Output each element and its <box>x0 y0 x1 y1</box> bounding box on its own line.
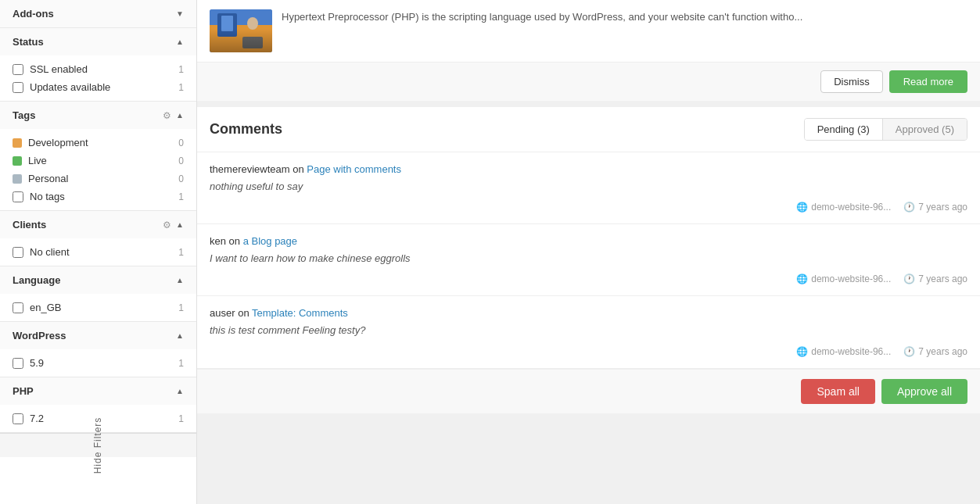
filter-section-header-language[interactable]: Language ▲ <box>0 266 196 294</box>
updates-available-label: Updates available <box>30 81 165 93</box>
php-title: PHP <box>13 385 34 397</box>
filter-section-header-status[interactable]: Status ▲ <box>0 28 196 55</box>
tags-title: Tags <box>13 109 35 121</box>
filter-section-header-tags[interactable]: Tags ⚙ ▲ <box>0 102 196 129</box>
no-tags-count: 1 <box>171 191 184 202</box>
no-client-count: 1 <box>171 247 184 258</box>
ssl-enabled-label: SSL enabled <box>30 63 165 75</box>
updates-available-checkbox[interactable] <box>13 82 23 93</box>
read-more-button[interactable]: Read more <box>889 70 967 93</box>
php-version-checkbox[interactable] <box>13 413 23 424</box>
comment-author-line: themereviewteam on Page with comments <box>210 163 967 175</box>
filter-section-language: Language ▲ en_GB 1 <box>0 266 196 322</box>
comment-page-link[interactable]: a Blog page <box>243 235 297 247</box>
svg-rect-1 <box>210 25 272 52</box>
comment-time-meta: 🕐 7 years ago <box>903 346 967 357</box>
php-header-icons: ▲ <box>176 387 184 395</box>
comment-time: 7 years ago <box>918 273 967 284</box>
notice-actions: Dismiss Read more <box>197 62 980 101</box>
ssl-enabled-checkbox[interactable] <box>13 64 23 75</box>
tab-pending[interactable]: Pending (3) <box>805 119 883 140</box>
filter-section-header-clients[interactable]: Clients ⚙ ▲ <box>0 211 196 238</box>
spam-all-button[interactable]: Spam all <box>801 379 874 404</box>
comment-site-meta: 🌐 demo-website-96... <box>796 273 891 284</box>
list-item[interactable]: Development 0 <box>0 134 196 152</box>
en-gb-checkbox[interactable] <box>13 302 23 313</box>
comments-tabs: Pending (3) Approved (5) <box>804 118 967 141</box>
status-header-icons: ▲ <box>176 38 184 46</box>
clock-icon: 🕐 <box>903 273 915 284</box>
filter-section-header-addons[interactable]: Add-ons ▼ <box>0 0 196 27</box>
development-label: Development <box>28 137 165 148</box>
comment-author-line: ken on a Blog page <box>210 235 967 247</box>
list-item[interactable]: No client 1 <box>0 243 196 261</box>
comment-time: 7 years ago <box>918 202 967 213</box>
main-content: Hypertext Preprocessor (PHP) is the scri… <box>197 0 980 504</box>
comment-page-link[interactable]: Template: Comments <box>252 307 348 319</box>
development-count: 0 <box>171 138 184 148</box>
comment-body: I want to learn how to make chinese eggr… <box>210 252 967 266</box>
no-tags-checkbox[interactable] <box>13 191 23 202</box>
list-item[interactable]: No tags 1 <box>0 188 196 206</box>
comment-page-link[interactable]: Page with comments <box>307 163 401 175</box>
development-dot <box>13 138 22 148</box>
comment-site: demo-website-96... <box>811 346 891 357</box>
comment-time-meta: 🕐 7 years ago <box>903 273 967 284</box>
list-item[interactable]: en_GB 1 <box>0 298 196 316</box>
wordpress-header-icons: ▲ <box>176 331 184 340</box>
comment-author: auser <box>210 307 235 319</box>
list-item[interactable]: Personal 0 <box>0 170 196 188</box>
approve-all-button[interactable]: Approve all <box>881 379 967 404</box>
filter-section-wordpress: WordPress ▲ 5.9 1 <box>0 322 196 377</box>
updates-available-count: 1 <box>171 82 184 93</box>
clients-chevron-up-icon: ▲ <box>176 220 184 229</box>
comment-meta: 🌐 demo-website-96... 🕐 7 years ago <box>210 346 967 357</box>
tab-approved[interactable]: Approved (5) <box>883 119 967 140</box>
no-client-label: No client <box>30 246 165 258</box>
tags-wrench-icon: ⚙ <box>163 110 171 121</box>
filter-section-clients: Clients ⚙ ▲ No client 1 <box>0 211 196 266</box>
comment-author: themereviewteam <box>210 163 290 175</box>
clock-icon: 🕐 <box>903 346 915 357</box>
notice-thumbnail <box>210 9 272 52</box>
wordpress-filter-items: 5.9 1 <box>0 349 196 377</box>
tags-chevron-up-icon: ▲ <box>176 111 184 120</box>
list-item[interactable]: SSL enabled 1 <box>0 60 196 78</box>
comments-footer: Spam all Approve all <box>197 369 980 413</box>
filter-section-addons: Add-ons ▼ <box>0 0 196 28</box>
comment-site-meta: 🌐 demo-website-96... <box>796 202 891 213</box>
dismiss-button[interactable]: Dismiss <box>820 70 883 93</box>
wp-version-label: 5.9 <box>30 357 165 369</box>
list-item[interactable]: Live 0 <box>0 152 196 170</box>
wp-version-count: 1 <box>171 358 184 369</box>
no-tags-label: No tags <box>30 191 165 202</box>
tags-filter-items: Development 0 Live 0 Personal 0 No tags … <box>0 129 196 210</box>
tags-header-icons: ⚙ ▲ <box>163 110 184 121</box>
no-client-checkbox[interactable] <box>13 247 23 258</box>
list-item[interactable]: Updates available 1 <box>0 78 196 96</box>
comment-time: 7 years ago <box>918 346 967 357</box>
clients-filter-items: No client 1 <box>0 238 196 266</box>
en-gb-label: en_GB <box>30 302 165 313</box>
comment-author: ken <box>210 235 226 247</box>
live-count: 0 <box>171 155 184 166</box>
live-label: Live <box>28 155 165 166</box>
list-item[interactable]: 5.9 1 <box>0 354 196 372</box>
live-dot <box>13 156 22 166</box>
wordpress-chevron-up-icon: ▲ <box>176 331 184 340</box>
php-chevron-up-icon: ▲ <box>176 387 184 395</box>
globe-icon: 🌐 <box>796 346 808 357</box>
wordpress-title: WordPress <box>13 330 66 341</box>
filter-section-tags: Tags ⚙ ▲ Development 0 Live 0 Personal 0 <box>0 102 196 211</box>
wp-version-checkbox[interactable] <box>13 358 23 369</box>
clock-icon: 🕐 <box>903 202 915 213</box>
language-header-icons: ▲ <box>176 276 184 284</box>
language-filter-items: en_GB 1 <box>0 294 196 321</box>
notice-text: Hypertext Preprocessor (PHP) is the scri… <box>282 9 802 52</box>
comment-time-meta: 🕐 7 years ago <box>903 202 967 213</box>
filter-section-header-wordpress[interactable]: WordPress ▲ <box>0 322 196 349</box>
hide-filters-button[interactable]: Hide Filters <box>0 433 196 457</box>
hide-filters-label: Hide Filters <box>93 417 104 474</box>
personal-label: Personal <box>28 173 165 184</box>
filter-section-header-php[interactable]: PHP ▲ <box>0 377 196 405</box>
